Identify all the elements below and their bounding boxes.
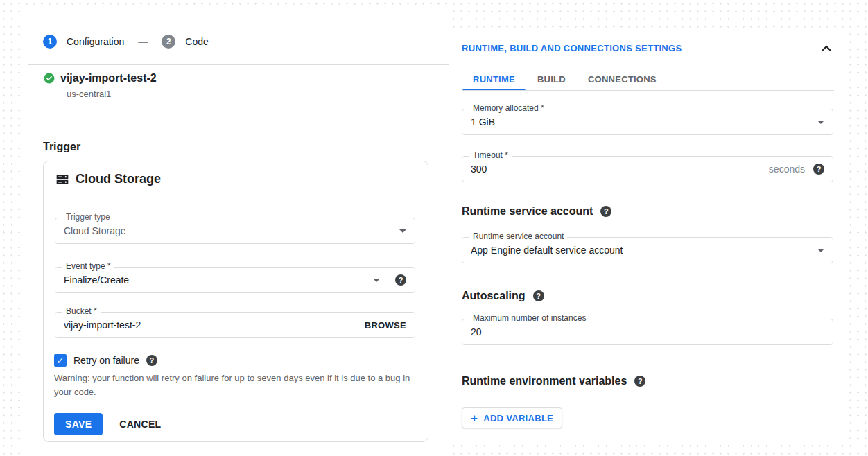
service-account-heading: Runtime service account [462, 205, 593, 218]
tabs-divider [462, 90, 834, 91]
chevron-down-icon [373, 279, 380, 282]
trigger-card-title-row: Cloud Storage [55, 172, 161, 186]
autoscaling-help-icon[interactable]: ? [533, 290, 544, 301]
runtime-settings-panel: RUNTIME, BUILD AND CONNECTIONS SETTINGS … [453, 30, 846, 445]
service-account-select[interactable]: Runtime service account App Engine defau… [462, 237, 833, 263]
function-name: vijay-import-test-2 [60, 72, 157, 85]
tab-runtime[interactable]: RUNTIME [462, 68, 526, 91]
collapse-section-button[interactable] [821, 45, 832, 52]
settings-tabs: RUNTIME BUILD CONNECTIONS [462, 68, 668, 91]
trigger-card: Cloud Storage Trigger type Cloud Storage… [43, 161, 428, 442]
settings-header-link[interactable]: RUNTIME, BUILD AND CONNECTIONS SETTINGS [462, 43, 682, 53]
event-type-value: Finalize/Create [64, 274, 373, 286]
max-instances-label: Maximum number of instances [469, 313, 589, 323]
retry-checkbox[interactable]: ✓ [54, 354, 67, 367]
max-instances-field[interactable]: Maximum number of instances 20 [462, 319, 833, 345]
stepper: 1 Configuration — 2 Code [43, 35, 209, 49]
bucket-label: Bucket * [62, 306, 101, 316]
trigger-actions: SAVE CANCEL [54, 413, 161, 435]
add-variable-button[interactable]: + ADD VARIABLE [462, 407, 562, 428]
check-circle-icon [43, 72, 55, 85]
plus-icon: + [471, 412, 478, 424]
trigger-type-select[interactable]: Trigger type Cloud Storage [55, 218, 415, 244]
settings-header-row: RUNTIME, BUILD AND CONNECTIONS SETTINGS [462, 43, 832, 53]
browse-button[interactable]: BROWSE [365, 320, 406, 331]
step-1-label[interactable]: Configuration [67, 36, 124, 47]
configuration-panel: 1 Configuration — 2 Code vijay-import-te… [21, 6, 449, 456]
step-2-label[interactable]: Code [185, 36, 208, 47]
stepper-divider [28, 64, 449, 65]
trigger-card-title: Cloud Storage [76, 172, 161, 186]
timeout-suffix: seconds [769, 164, 805, 175]
tab-connections[interactable]: CONNECTIONS [577, 68, 668, 91]
chevron-down-icon [817, 249, 824, 252]
trigger-section-title: Trigger [43, 141, 80, 153]
function-name-row: vijay-import-test-2 [43, 72, 157, 85]
timeout-value[interactable]: 300 [471, 164, 769, 175]
bucket-value[interactable]: vijay-import-test-2 [64, 319, 365, 331]
retry-row: ✓ Retry on failure ? [54, 354, 157, 367]
memory-allocated-label: Memory allocated * [469, 103, 548, 113]
timeout-help-icon[interactable]: ? [813, 164, 824, 175]
cancel-button[interactable]: CANCEL [119, 419, 161, 430]
env-vars-heading: Runtime environment variables [462, 375, 627, 387]
service-account-heading-row: Runtime service account ? [462, 205, 611, 218]
cloud-storage-icon [55, 173, 69, 186]
service-account-value: App Engine default service account [471, 245, 817, 256]
trigger-type-label: Trigger type [62, 212, 114, 222]
chevron-up-icon [821, 44, 832, 54]
retry-help-icon[interactable]: ? [146, 355, 157, 366]
service-account-label: Runtime service account [469, 231, 567, 241]
retry-warning-text: Warning: your function will retry on fai… [54, 371, 420, 399]
event-type-help-icon[interactable]: ? [395, 274, 406, 286]
service-account-help-icon[interactable]: ? [600, 206, 611, 217]
trigger-type-value: Cloud Storage [64, 225, 399, 236]
max-instances-value[interactable]: 20 [471, 326, 824, 337]
check-icon: ✓ [57, 356, 64, 366]
stepper-separator: — [138, 36, 148, 47]
autoscaling-heading-row: Autoscaling ? [462, 290, 544, 302]
function-region: us-central1 [67, 89, 111, 99]
step-2-circle[interactable]: 2 [162, 35, 175, 49]
memory-allocated-select[interactable]: Memory allocated * 1 GiB [462, 109, 833, 135]
event-type-select[interactable]: Event type * Finalize/Create ? [55, 267, 415, 293]
timeout-field[interactable]: Timeout * 300 seconds ? [462, 156, 833, 182]
timeout-label: Timeout * [469, 150, 512, 160]
add-variable-label: ADD VARIABLE [483, 413, 553, 423]
chevron-down-icon [399, 229, 406, 233]
env-vars-help-icon[interactable]: ? [634, 376, 645, 387]
retry-label[interactable]: Retry on failure [73, 355, 139, 366]
memory-allocated-value: 1 GiB [471, 116, 817, 128]
env-vars-heading-row: Runtime environment variables ? [462, 375, 645, 387]
bucket-field[interactable]: Bucket * vijay-import-test-2 BROWSE [55, 312, 415, 338]
autoscaling-heading: Autoscaling [462, 290, 526, 302]
chevron-down-icon [817, 121, 824, 124]
event-type-label: Event type * [62, 261, 114, 271]
step-1-circle[interactable]: 1 [43, 35, 57, 49]
tab-build[interactable]: BUILD [526, 68, 577, 91]
save-button[interactable]: SAVE [54, 413, 103, 435]
